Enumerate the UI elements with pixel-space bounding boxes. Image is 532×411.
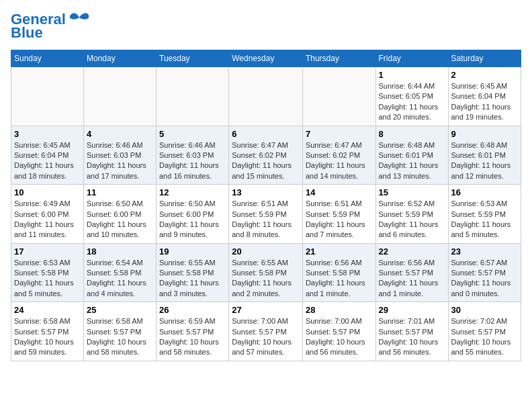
calendar-cell: 11Sunrise: 6:50 AM Sunset: 6:00 PM Dayli… [84,185,157,244]
day-info: Sunrise: 6:56 AM Sunset: 5:57 PM Dayligh… [379,258,445,300]
day-number: 24 [14,305,81,315]
day-info: Sunrise: 6:58 AM Sunset: 5:57 PM Dayligh… [14,316,81,358]
weekday-header-monday: Monday [84,50,157,67]
calendar-cell: 21Sunrise: 6:56 AM Sunset: 5:58 PM Dayli… [302,243,375,302]
day-info: Sunrise: 6:44 AM Sunset: 6:05 PM Dayligh… [379,81,445,123]
day-info: Sunrise: 6:51 AM Sunset: 5:59 PM Dayligh… [306,199,373,240]
calendar-cell: 27Sunrise: 7:00 AM Sunset: 5:57 PM Dayli… [229,302,303,361]
day-number: 16 [451,187,519,197]
day-info: Sunrise: 6:47 AM Sunset: 6:02 PM Dayligh… [232,140,300,182]
calendar-week-4: 17Sunrise: 6:53 AM Sunset: 5:58 PM Dayli… [11,243,521,302]
day-number: 26 [159,305,226,315]
day-number: 28 [306,305,373,315]
calendar-cell [84,67,157,126]
weekday-header-wednesday: Wednesday [229,50,303,67]
day-info: Sunrise: 6:50 AM Sunset: 6:00 PM Dayligh… [87,199,153,240]
calendar-cell: 28Sunrise: 7:00 AM Sunset: 5:57 PM Dayli… [302,302,375,361]
day-number: 17 [14,246,81,257]
day-number: 4 [87,129,153,139]
day-info: Sunrise: 6:47 AM Sunset: 6:02 PM Dayligh… [306,140,373,182]
weekday-header-row: SundayMondayTuesdayWednesdayThursdayFrid… [11,50,521,67]
calendar-cell: 24Sunrise: 6:58 AM Sunset: 5:57 PM Dayli… [11,302,84,361]
day-number: 6 [232,129,300,139]
day-info: Sunrise: 7:00 AM Sunset: 5:57 PM Dayligh… [232,316,300,358]
day-number: 11 [87,187,153,197]
calendar-cell: 22Sunrise: 6:56 AM Sunset: 5:57 PM Dayli… [375,243,448,302]
day-number: 14 [306,187,373,197]
weekday-header-sunday: Sunday [11,50,84,67]
weekday-header-thursday: Thursday [302,50,375,67]
calendar-cell: 14Sunrise: 6:51 AM Sunset: 5:59 PM Dayli… [302,185,375,244]
calendar-cell: 15Sunrise: 6:52 AM Sunset: 5:59 PM Dayli… [375,185,448,244]
day-number: 19 [159,246,226,257]
day-info: Sunrise: 6:57 AM Sunset: 5:57 PM Dayligh… [451,258,519,300]
weekday-header-friday: Friday [375,50,448,67]
page-header: General Blue [11,11,521,42]
day-number: 13 [232,187,300,197]
calendar-cell: 6Sunrise: 6:47 AM Sunset: 6:02 PM Daylig… [229,126,303,185]
calendar-week-1: 1Sunrise: 6:44 AM Sunset: 6:05 PM Daylig… [11,67,521,126]
calendar-table: SundayMondayTuesdayWednesdayThursdayFrid… [11,50,521,361]
day-number: 12 [159,187,226,197]
day-info: Sunrise: 6:52 AM Sunset: 5:59 PM Dayligh… [379,199,445,240]
day-info: Sunrise: 7:02 AM Sunset: 5:57 PM Dayligh… [451,316,519,358]
day-info: Sunrise: 6:48 AM Sunset: 6:01 PM Dayligh… [451,140,519,182]
day-info: Sunrise: 6:49 AM Sunset: 6:00 PM Dayligh… [14,199,81,240]
day-number: 21 [306,246,373,257]
day-info: Sunrise: 7:01 AM Sunset: 5:57 PM Dayligh… [379,316,445,358]
day-number: 30 [451,305,519,315]
calendar-cell: 2Sunrise: 6:45 AM Sunset: 6:04 PM Daylig… [448,67,521,126]
day-info: Sunrise: 7:00 AM Sunset: 5:57 PM Dayligh… [306,316,373,358]
day-number: 2 [451,70,519,80]
day-info: Sunrise: 6:45 AM Sunset: 6:04 PM Dayligh… [14,140,81,182]
day-info: Sunrise: 6:45 AM Sunset: 6:04 PM Dayligh… [451,81,519,123]
calendar-cell [302,67,375,126]
calendar-cell: 17Sunrise: 6:53 AM Sunset: 5:58 PM Dayli… [11,243,84,302]
day-number: 3 [14,129,81,139]
day-number: 20 [232,246,300,257]
day-number: 8 [379,129,445,139]
calendar-cell: 7Sunrise: 6:47 AM Sunset: 6:02 PM Daylig… [302,126,375,185]
day-number: 25 [87,305,153,315]
day-info: Sunrise: 6:48 AM Sunset: 6:01 PM Dayligh… [379,140,445,182]
day-info: Sunrise: 6:56 AM Sunset: 5:58 PM Dayligh… [306,258,373,300]
calendar-cell: 25Sunrise: 6:58 AM Sunset: 5:57 PM Dayli… [84,302,157,361]
day-number: 7 [306,129,373,139]
calendar-cell: 12Sunrise: 6:50 AM Sunset: 6:00 PM Dayli… [157,185,229,244]
day-number: 1 [379,70,445,80]
calendar-week-2: 3Sunrise: 6:45 AM Sunset: 6:04 PM Daylig… [11,126,521,185]
calendar-cell [229,67,303,126]
calendar-cell: 20Sunrise: 6:55 AM Sunset: 5:58 PM Dayli… [229,243,303,302]
calendar-cell [157,67,229,126]
logo-bird-icon [69,12,90,27]
day-info: Sunrise: 6:58 AM Sunset: 5:57 PM Dayligh… [87,316,153,358]
day-number: 22 [379,246,445,257]
calendar-cell: 9Sunrise: 6:48 AM Sunset: 6:01 PM Daylig… [448,126,521,185]
day-number: 29 [379,305,445,315]
day-info: Sunrise: 6:55 AM Sunset: 5:58 PM Dayligh… [232,258,300,300]
day-number: 27 [232,305,300,315]
day-number: 18 [87,246,153,257]
calendar-cell: 26Sunrise: 6:59 AM Sunset: 5:57 PM Dayli… [157,302,229,361]
calendar-cell: 10Sunrise: 6:49 AM Sunset: 6:00 PM Dayli… [11,185,84,244]
calendar-cell: 29Sunrise: 7:01 AM Sunset: 5:57 PM Dayli… [375,302,448,361]
logo: General Blue [11,11,90,42]
weekday-header-tuesday: Tuesday [157,50,229,67]
calendar-cell: 13Sunrise: 6:51 AM Sunset: 5:59 PM Dayli… [229,185,303,244]
calendar-cell: 3Sunrise: 6:45 AM Sunset: 6:04 PM Daylig… [11,126,84,185]
day-info: Sunrise: 6:46 AM Sunset: 6:03 PM Dayligh… [159,140,226,182]
calendar-cell: 19Sunrise: 6:55 AM Sunset: 5:58 PM Dayli… [157,243,229,302]
weekday-header-saturday: Saturday [448,50,521,67]
calendar-week-5: 24Sunrise: 6:58 AM Sunset: 5:57 PM Dayli… [11,302,521,361]
day-info: Sunrise: 6:54 AM Sunset: 5:58 PM Dayligh… [87,258,153,300]
day-info: Sunrise: 6:51 AM Sunset: 5:59 PM Dayligh… [232,199,300,240]
day-number: 10 [14,187,81,197]
day-info: Sunrise: 6:53 AM Sunset: 5:58 PM Dayligh… [14,258,81,300]
calendar-cell: 4Sunrise: 6:46 AM Sunset: 6:03 PM Daylig… [84,126,157,185]
calendar-cell: 1Sunrise: 6:44 AM Sunset: 6:05 PM Daylig… [375,67,448,126]
day-info: Sunrise: 6:59 AM Sunset: 5:57 PM Dayligh… [159,316,226,358]
calendar-cell [11,67,84,126]
day-info: Sunrise: 6:55 AM Sunset: 5:58 PM Dayligh… [159,258,226,300]
logo-subtext: Blue [11,24,43,42]
calendar-cell: 8Sunrise: 6:48 AM Sunset: 6:01 PM Daylig… [375,126,448,185]
